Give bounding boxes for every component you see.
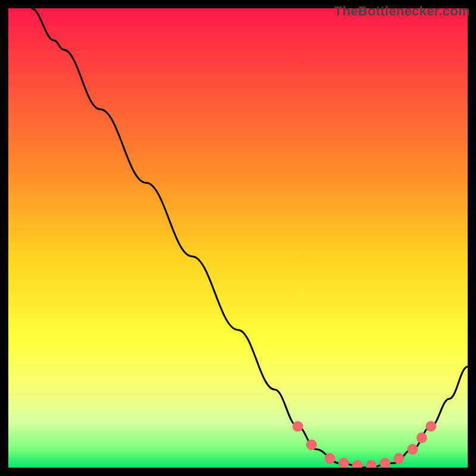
watermark-text: TheBottlenecker.com [334, 4, 470, 19]
marker-dot [324, 453, 335, 464]
chart-background [8, 8, 468, 468]
marker-dot [306, 439, 317, 450]
marker-dot [425, 421, 436, 432]
marker-dot [407, 444, 418, 455]
bottleneck-chart [8, 8, 468, 468]
marker-dot [393, 453, 404, 464]
marker-dot [416, 433, 427, 443]
chart-svg [8, 8, 468, 468]
marker-dot [292, 421, 303, 432]
